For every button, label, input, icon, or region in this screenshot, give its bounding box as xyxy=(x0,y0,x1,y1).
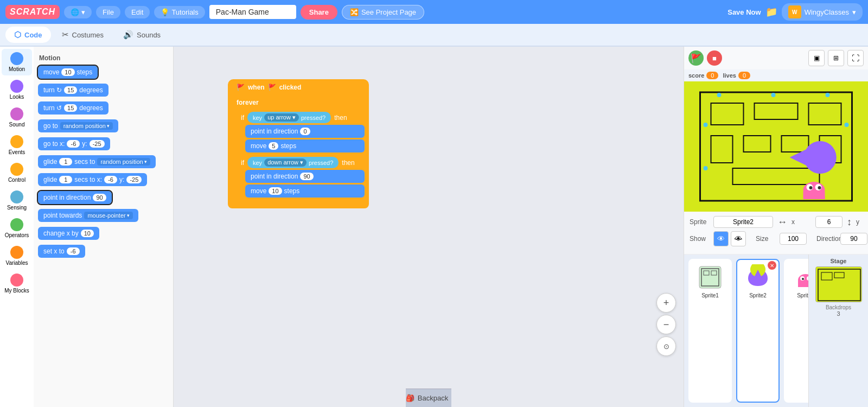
category-operators[interactable]: Operators xyxy=(2,215,32,241)
direction-label: Direction xyxy=(816,235,836,243)
normal-stage-button[interactable]: ⊞ xyxy=(828,50,844,66)
forever-block[interactable]: forever xyxy=(228,96,369,110)
svg-rect-0 xyxy=(690,81,863,212)
sprite-card-3[interactable]: Sprite3 xyxy=(784,259,808,403)
sprite-card-2[interactable]: ✕ Sprite2 xyxy=(736,259,780,403)
svg-point-15 xyxy=(845,123,849,127)
category-motion[interactable]: Motion xyxy=(2,49,32,75)
svg-rect-23 xyxy=(699,266,721,288)
costumes-icon: ✂ xyxy=(62,30,69,40)
zoom-out-button[interactable]: − xyxy=(656,315,676,334)
stage-hud: score 0 lives 0 xyxy=(684,69,868,81)
share-button[interactable]: Share xyxy=(301,5,337,20)
block-row-point-towards: point towards mouse-pointer xyxy=(38,207,169,224)
canvas-point-direction-0[interactable]: point in direction 0 xyxy=(245,125,365,138)
show-label: Show xyxy=(690,235,709,243)
project-name-input[interactable] xyxy=(209,5,296,19)
category-control[interactable]: Control xyxy=(2,160,32,186)
remix-icon: 🔀 xyxy=(350,8,359,16)
direction-input[interactable] xyxy=(840,233,867,245)
block-change-x[interactable]: change x by 10 xyxy=(38,227,99,240)
fullscreen-button[interactable]: ⛶ xyxy=(847,50,864,66)
svg-point-10 xyxy=(717,93,722,97)
hide-button[interactable]: 👁 xyxy=(731,231,746,246)
main-layout: Motion Looks Sound Events Control xyxy=(0,47,868,407)
blocks-list: Motion move 10 steps turn ↻ 15 degrees xyxy=(34,47,173,407)
tutorials-button[interactable]: 💡 Tutorials xyxy=(154,6,205,18)
block-row-turn-cw: turn ↻ 15 degrees xyxy=(38,82,169,98)
sprite1-thumb xyxy=(696,263,724,291)
category-events[interactable]: Events xyxy=(2,132,32,158)
stop-icon: ■ xyxy=(712,54,717,62)
x-input[interactable] xyxy=(815,216,843,228)
backpack-label: Backpack xyxy=(418,394,448,402)
block-point-direction[interactable]: point in direction 90 xyxy=(38,191,112,204)
size-input[interactable] xyxy=(780,233,807,245)
block-glide-position[interactable]: glide 1 secs to random position xyxy=(38,155,156,168)
backpack-bar[interactable]: 🎒 Backpack xyxy=(406,389,451,407)
see-project-button[interactable]: 🔀 See Project Page xyxy=(342,5,424,20)
lives-label: lives xyxy=(723,72,736,79)
category-operators-label: Operators xyxy=(5,232,29,238)
lives-value: 0 xyxy=(738,72,750,79)
sprite-card-1[interactable]: Sprite1 xyxy=(688,259,732,403)
category-my-blocks[interactable]: My Blocks xyxy=(2,270,32,297)
backdrops-label: Backdrops xyxy=(826,304,851,310)
user-area[interactable]: W WingyClasses ▾ xyxy=(782,3,863,21)
zoom-in-button[interactable]: + xyxy=(656,293,676,313)
code-blocks-container: 🚩 when 🚩 clicked forever if xyxy=(228,79,369,208)
block-row-glide-xy: glide 1 secs to x: -6 y: -25 xyxy=(38,171,169,188)
category-variables-label: Variables xyxy=(6,260,28,266)
block-row-goto-position: go to random position xyxy=(38,118,169,134)
folder-icon-button[interactable]: 📁 xyxy=(765,6,777,18)
stop-button[interactable]: ■ xyxy=(707,50,722,66)
block-turn-cw[interactable]: turn ↻ 15 degrees xyxy=(38,84,108,97)
green-flag-button[interactable]: 🚩 xyxy=(688,50,704,66)
block-glide-xy[interactable]: glide 1 secs to x: -6 y: -25 xyxy=(38,173,147,186)
zoom-fit-button[interactable]: ⊙ xyxy=(656,336,676,356)
sprite2-name: Sprite2 xyxy=(749,292,767,298)
category-sensing[interactable]: Sensing xyxy=(2,187,32,214)
category-variables[interactable]: Variables xyxy=(2,243,32,269)
block-goto-xy[interactable]: go to x: -6 y: -25 xyxy=(38,137,110,150)
file-menu-button[interactable]: File xyxy=(96,6,120,18)
show-button[interactable]: 👁 xyxy=(713,231,729,246)
block-turn-ccw[interactable]: turn ↺ 15 degrees xyxy=(38,101,108,115)
canvas-move-5-steps[interactable]: move 5 steps xyxy=(245,139,365,152)
x-arrows-icon: ↔ xyxy=(777,217,787,228)
x-label: x xyxy=(792,218,811,226)
forever-close xyxy=(228,200,369,208)
stage-controls: 🚩 ■ ▣ ⊞ ⛶ xyxy=(684,47,868,69)
canvas-move-10-steps[interactable]: move 10 steps xyxy=(245,185,365,198)
tab-costumes[interactable]: ✂ Costumes xyxy=(53,27,113,43)
globe-button[interactable]: 🌐 ▾ xyxy=(64,6,92,18)
block-row-move: move 10 steps xyxy=(38,64,169,80)
canvas-area: 🚩 when 🚩 clicked forever if xyxy=(174,47,684,407)
stage-thumbnail[interactable] xyxy=(815,266,862,302)
block-point-towards[interactable]: point towards mouse-pointer xyxy=(38,209,138,222)
right-panel: 🚩 ■ ▣ ⊞ ⛶ score 0 lives 0 xyxy=(684,47,868,407)
category-motion-label: Motion xyxy=(9,66,25,72)
svg-point-12 xyxy=(826,93,830,97)
if-block-down-arrow[interactable]: if key down arrow ▾ pressed? then point … xyxy=(228,155,369,200)
when-flag-block[interactable]: 🚩 when 🚩 clicked xyxy=(228,79,369,96)
top-navigation: SCRATCH 🌐 ▾ File Edit 💡 Tutorials Share … xyxy=(0,0,868,24)
sprite-name-input[interactable] xyxy=(713,216,773,228)
sprite2-delete[interactable]: ✕ xyxy=(768,261,776,270)
block-row-change-x: change x by 10 xyxy=(38,225,169,241)
categories-panel: Motion Looks Sound Events Control xyxy=(0,47,34,407)
block-move-steps[interactable]: move 10 steps xyxy=(38,66,98,79)
category-looks[interactable]: Looks xyxy=(2,77,32,103)
block-goto-position[interactable]: go to random position xyxy=(38,119,118,132)
tab-sounds[interactable]: 🔊 Sounds xyxy=(114,27,169,43)
edit-menu-button[interactable]: Edit xyxy=(125,6,150,18)
canvas-point-direction-90[interactable]: point in direction 90 xyxy=(245,170,365,183)
small-stage-button[interactable]: ▣ xyxy=(808,50,825,66)
block-set-x[interactable]: set x to -6 xyxy=(38,245,85,258)
save-now-button[interactable]: Save Now xyxy=(727,8,761,16)
if-block-up-arrow[interactable]: if key up arrow ▾ pressed? then point in… xyxy=(228,110,369,155)
category-sound[interactable]: Sound xyxy=(2,104,32,131)
tab-code[interactable]: ⬡ Code xyxy=(5,27,51,43)
blocks-section-title: Motion xyxy=(39,54,169,62)
stage-canvas-preview xyxy=(684,81,868,212)
